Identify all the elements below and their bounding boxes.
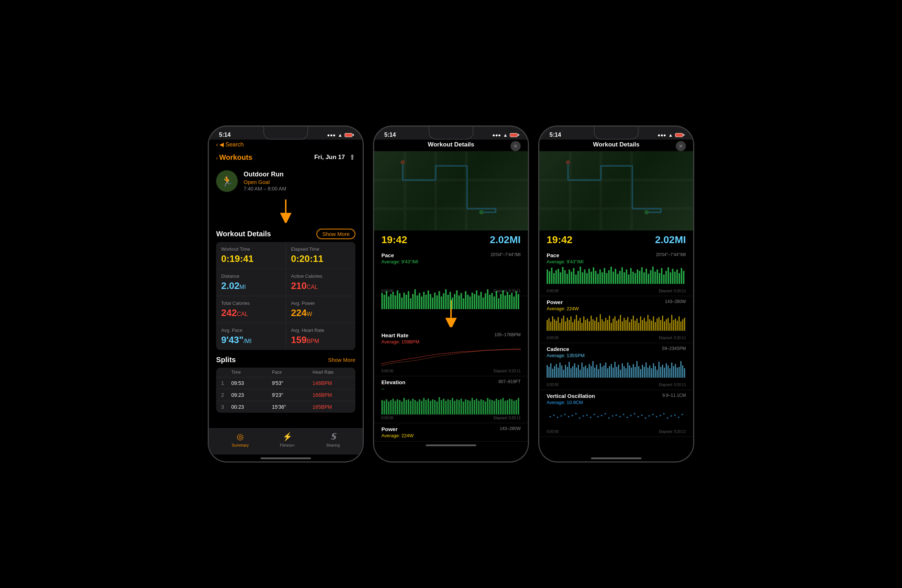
workout-header: ‹ Workouts Fri, Jun 17 ⬆ bbox=[209, 151, 363, 166]
svg-point-398 bbox=[641, 414, 643, 416]
fitness-icon: ⚡ bbox=[282, 432, 292, 441]
chart-pace-header-2: Pace Average: 9'43"/MI 20'04"–7'44"/MI bbox=[381, 252, 521, 264]
svg-rect-132 bbox=[496, 399, 497, 414]
svg-rect-97 bbox=[419, 399, 420, 414]
chart-vertoscill-3: Vertical Oscillation Average: 10.9CM 9.9… bbox=[539, 390, 693, 437]
svg-rect-269 bbox=[635, 321, 636, 331]
svg-rect-33 bbox=[419, 293, 420, 309]
svg-rect-72 bbox=[504, 296, 506, 309]
svg-rect-130 bbox=[492, 400, 493, 414]
svg-rect-90 bbox=[403, 398, 405, 414]
svg-rect-43 bbox=[441, 297, 442, 309]
battery-icon-2 bbox=[510, 133, 518, 137]
svg-rect-337 bbox=[620, 370, 621, 378]
metric-avg-pace: Avg. Pace 9'43"/MI bbox=[216, 323, 286, 350]
map-stats-2: 19:42 2.02MI bbox=[374, 230, 528, 249]
status-bar-1: 5:14 ●●● ▲ bbox=[209, 127, 363, 139]
svg-rect-314 bbox=[578, 365, 579, 378]
svg-rect-253 bbox=[605, 318, 606, 331]
nav-bar-1: ‹ ◀ Search bbox=[209, 139, 363, 151]
svg-rect-204 bbox=[648, 274, 649, 284]
svg-rect-165 bbox=[562, 267, 564, 284]
svg-rect-159 bbox=[549, 271, 550, 284]
svg-point-402 bbox=[656, 416, 658, 418]
svg-rect-345 bbox=[635, 367, 636, 378]
svg-rect-316 bbox=[582, 363, 583, 378]
tab-sharing[interactable]: 𝕊 Sharing bbox=[326, 432, 340, 447]
svg-rect-223 bbox=[550, 322, 551, 331]
tab-fitness[interactable]: ⚡ Fitness+ bbox=[280, 432, 295, 447]
svg-rect-330 bbox=[607, 368, 608, 378]
svg-rect-197 bbox=[633, 272, 634, 284]
svg-rect-304 bbox=[560, 363, 561, 378]
phone1-content: ‹ ◀ Search ‹ Workouts Fri, Jun 17 ⬆ 🏃 bbox=[209, 139, 363, 461]
svg-rect-358 bbox=[658, 362, 659, 378]
svg-rect-188 bbox=[612, 272, 614, 284]
svg-rect-252 bbox=[603, 321, 604, 331]
svg-rect-281 bbox=[657, 319, 658, 331]
svg-rect-16 bbox=[381, 293, 383, 309]
svg-rect-340 bbox=[625, 368, 626, 378]
svg-rect-240 bbox=[582, 323, 583, 331]
svg-point-408 bbox=[678, 417, 680, 418]
svg-rect-83 bbox=[388, 402, 389, 414]
svg-rect-203 bbox=[645, 269, 647, 284]
svg-rect-338 bbox=[622, 363, 623, 378]
svg-rect-70 bbox=[500, 294, 501, 309]
svg-rect-311 bbox=[572, 366, 573, 378]
home-indicator-3 bbox=[591, 457, 642, 459]
svg-rect-308 bbox=[567, 367, 568, 378]
svg-rect-68 bbox=[496, 291, 497, 309]
svg-rect-103 bbox=[432, 399, 433, 414]
svg-point-386 bbox=[597, 416, 598, 418]
svg-rect-175 bbox=[584, 269, 586, 284]
share-button[interactable]: ⬆ bbox=[349, 153, 355, 162]
svg-rect-122 bbox=[474, 400, 475, 414]
tab-summary[interactable]: ◎ Summary bbox=[232, 432, 249, 447]
svg-rect-310 bbox=[570, 368, 572, 378]
svg-rect-262 bbox=[622, 321, 623, 331]
back-button[interactable]: ‹ ◀ Search bbox=[216, 141, 355, 148]
close-button-2[interactable]: ✕ bbox=[511, 141, 521, 151]
svg-rect-236 bbox=[574, 319, 575, 331]
svg-rect-107 bbox=[441, 400, 442, 414]
svg-rect-224 bbox=[552, 316, 553, 331]
sharing-icon: 𝕊 bbox=[330, 432, 335, 441]
svg-rect-228 bbox=[560, 323, 561, 331]
svg-rect-255 bbox=[609, 316, 610, 331]
svg-rect-179 bbox=[593, 267, 594, 284]
svg-rect-284 bbox=[662, 316, 663, 331]
pace-bars-3 bbox=[547, 266, 686, 288]
svg-rect-361 bbox=[664, 368, 665, 378]
svg-rect-275 bbox=[645, 321, 647, 331]
svg-rect-119 bbox=[467, 400, 469, 414]
workout-details-header: Workout Details Show More bbox=[209, 224, 363, 242]
svg-rect-50 bbox=[456, 290, 457, 309]
svg-rect-158 bbox=[547, 269, 548, 284]
status-icons-1: ●●● ▲ bbox=[327, 132, 352, 138]
svg-rect-58 bbox=[474, 294, 475, 309]
close-button-3[interactable]: ✕ bbox=[676, 141, 686, 151]
svg-rect-168 bbox=[568, 269, 570, 284]
workout-icon: 🏃 bbox=[216, 170, 238, 192]
metrics-grid: Workout Time 0:19:41 Elapsed Time 0:20:1… bbox=[216, 242, 355, 350]
status-icons-3: ●●● ▲ bbox=[658, 132, 683, 138]
svg-rect-127 bbox=[485, 402, 486, 414]
svg-rect-89 bbox=[401, 402, 402, 414]
metric-active-cal: Active Calories 210CAL bbox=[286, 269, 356, 296]
svg-point-393 bbox=[623, 414, 624, 415]
svg-rect-222 bbox=[548, 318, 550, 331]
svg-rect-270 bbox=[636, 319, 637, 331]
svg-rect-121 bbox=[471, 398, 473, 414]
svg-rect-320 bbox=[589, 364, 590, 378]
show-more-button[interactable]: Show More bbox=[316, 229, 355, 239]
svg-point-373 bbox=[550, 416, 551, 418]
svg-point-399 bbox=[645, 418, 646, 419]
svg-rect-267 bbox=[631, 319, 632, 331]
hr-bars-2 bbox=[381, 346, 521, 368]
svg-rect-321 bbox=[590, 366, 592, 378]
svg-rect-288 bbox=[669, 323, 670, 331]
svg-rect-162 bbox=[555, 270, 557, 284]
splits-show-more[interactable]: Show More bbox=[328, 357, 355, 363]
battery-icon bbox=[345, 133, 352, 137]
